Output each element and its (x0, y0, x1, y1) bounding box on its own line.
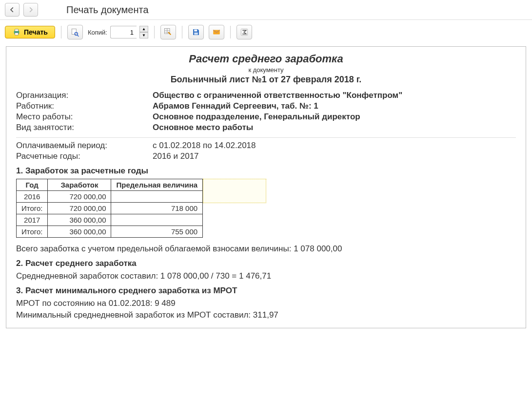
separator (154, 26, 155, 38)
svg-rect-1 (15, 29, 19, 31)
copies-input[interactable] (110, 26, 137, 38)
print-button-label: Печать (24, 28, 48, 36)
table-pencil-icon (164, 28, 173, 37)
table-row: 2016 720 000,00 (17, 191, 203, 203)
page-title: Печать документа (42, 4, 149, 16)
org-value: Общество с ограниченной ответственностью… (153, 91, 516, 100)
period-value: с 01.02.2018 по 14.02.2018 (153, 141, 516, 151)
years-label: Расчетные годы: (16, 151, 153, 161)
section3-heading: 3. Расчет минимального среднего заработк… (16, 286, 516, 296)
copies-control: Копий: ▲ ▼ (88, 26, 148, 38)
cell-earn: 720 000,00 (48, 203, 111, 214)
info-grid-2: Оплачиваемый период: с 01.02.2018 по 14.… (16, 141, 516, 161)
section1-summary: Всего заработка с учетом предельной обла… (16, 244, 516, 254)
printer-icon (12, 28, 21, 36)
employee-label: Работник: (16, 101, 153, 111)
emp-type-label: Вид занятости: (16, 123, 153, 132)
arrow-left-icon (9, 6, 16, 13)
cell-earn: 360 000,00 (48, 214, 111, 226)
section2-text: Среднедневной заработок составил: 1 078 … (16, 271, 516, 281)
svg-rect-2 (15, 33, 19, 35)
arrow-right-icon (27, 6, 34, 13)
section3-line1: МРОТ по состоянию на 01.02.2018: 9 489 (16, 299, 516, 308)
document: Расчет среднего заработка к документу Бо… (6, 46, 526, 328)
section1-heading: 1. Заработок за расчетные годы (16, 166, 516, 176)
print-button[interactable]: Печать (5, 26, 55, 38)
cell-earn: 720 000,00 (48, 191, 111, 203)
table-row: 2017 360 000,00 (17, 214, 203, 226)
separator (230, 26, 231, 38)
cell-year: 2016 (17, 191, 48, 203)
employee-value: Абрамов Геннадий Сергеевич, таб. №: 1 (153, 101, 516, 111)
copies-stepper: ▲ ▼ (139, 26, 148, 38)
preview-button[interactable] (67, 25, 83, 39)
send-button[interactable] (209, 25, 224, 39)
svg-rect-10 (194, 30, 197, 32)
workplace-value: Основное подразделение, Генеральный дире… (153, 112, 516, 122)
forward-button[interactable] (23, 3, 38, 17)
svg-rect-3 (72, 29, 76, 34)
separator (182, 26, 182, 38)
table-header-row: Год Заработок Предельная величина (17, 179, 203, 191)
svg-line-5 (77, 35, 79, 37)
nav-bar: Печать документа (0, 0, 532, 20)
workplace-label: Место работы: (16, 112, 153, 122)
col-limit: Предельная величина (111, 179, 203, 191)
table-row: Итого: 360 000,00 755 000 (17, 226, 203, 238)
separator (61, 26, 61, 38)
copies-label: Копий: (88, 29, 107, 36)
cell-limit (111, 191, 203, 203)
stepper-up[interactable]: ▲ (139, 26, 148, 32)
save-button[interactable] (188, 25, 204, 39)
years-value: 2016 и 2017 (153, 151, 516, 161)
earnings-table-wrap: Год Заработок Предельная величина 2016 7… (16, 179, 203, 238)
sigma-icon (240, 28, 249, 37)
toolbar: Печать Копий: ▲ ▼ (0, 20, 532, 44)
period-label: Оплачиваемый период: (16, 141, 153, 151)
divider (16, 137, 516, 138)
cell-limit: 718 000 (111, 203, 203, 214)
org-label: Организация: (16, 91, 153, 100)
table-row: Итого: 720 000,00 718 000 (17, 203, 203, 214)
earnings-table: Год Заработок Предельная величина 2016 7… (16, 179, 203, 238)
cell-year: 2017 (17, 214, 48, 226)
magnifier-icon (71, 28, 79, 37)
section3-line2: Минимальный среднедневной заработок из М… (16, 310, 516, 320)
cell-limit: 755 000 (111, 226, 203, 238)
col-year: Год (17, 179, 48, 191)
cell-earn: 360 000,00 (48, 226, 111, 238)
stepper-down[interactable]: ▼ (139, 32, 148, 38)
emp-type-value: Основное место работы (153, 123, 516, 132)
back-button[interactable] (5, 3, 20, 17)
doc-subtitle: к документу (16, 66, 516, 74)
table-edit-button[interactable] (160, 25, 176, 39)
sum-button[interactable] (236, 25, 252, 39)
doc-title: Расчет среднего заработка (16, 53, 516, 65)
table-selection-highlight (203, 179, 266, 203)
diskette-icon (192, 28, 200, 37)
info-grid: Организация: Общество с ограниченной отв… (16, 91, 516, 132)
svg-rect-11 (194, 33, 198, 35)
section2-heading: 2. Расчет среднего заработка (16, 259, 516, 268)
cell-total-label: Итого: (17, 203, 48, 214)
col-earn: Заработок (48, 179, 111, 191)
cell-total-label: Итого: (17, 226, 48, 238)
mail-icon (212, 28, 221, 37)
document-area: Расчет среднего заработка к документу Бо… (0, 44, 532, 338)
doc-reference: Больничный лист №1 от 27 февраля 2018 г. (16, 75, 516, 85)
cell-limit (111, 214, 203, 226)
